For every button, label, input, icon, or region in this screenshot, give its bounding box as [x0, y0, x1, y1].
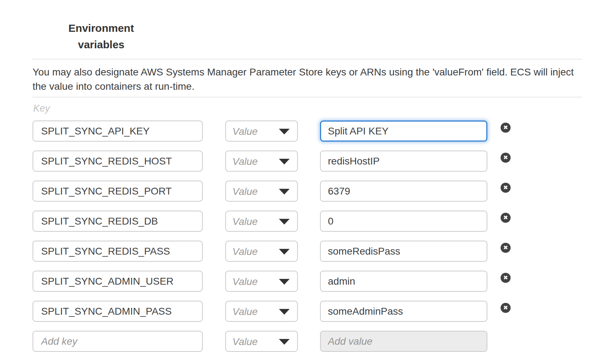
close-icon: ✖: [503, 275, 508, 281]
add-value-input[interactable]: [320, 331, 487, 352]
close-icon: ✖: [503, 305, 508, 311]
env-value-input[interactable]: [320, 241, 487, 262]
env-var-row: Value ✖: [0, 151, 600, 172]
section-title-line2: variables: [48, 36, 155, 53]
chevron-down-icon: [279, 279, 290, 285]
chevron-down-icon: [279, 129, 290, 134]
value-type-label: Value: [232, 276, 258, 287]
env-value-input[interactable]: [320, 301, 487, 322]
env-key-input[interactable]: [33, 241, 203, 262]
key-column-label: Key: [33, 103, 50, 114]
env-var-row: Value ✖: [0, 181, 600, 202]
section-title: Environment variables: [48, 20, 155, 53]
close-icon: ✖: [503, 125, 508, 131]
env-value-input[interactable]: [320, 271, 487, 292]
value-type-label: Value: [232, 126, 258, 137]
value-type-dropdown[interactable]: Value: [225, 301, 298, 322]
value-type-label: Value: [232, 306, 258, 318]
close-icon: ✖: [503, 215, 508, 221]
value-type-label: Value: [232, 336, 258, 348]
value-type-dropdown[interactable]: Value: [225, 331, 298, 352]
value-type-label: Value: [232, 246, 258, 257]
value-type-label: Value: [232, 156, 258, 167]
env-key-input[interactable]: [33, 120, 203, 142]
env-key-input[interactable]: [33, 271, 203, 292]
env-var-row: Value ✖: [0, 271, 600, 292]
delete-row-button[interactable]: ✖: [501, 153, 511, 163]
value-type-label: Value: [232, 186, 258, 197]
close-icon: ✖: [503, 245, 508, 251]
value-type-dropdown[interactable]: Value: [225, 211, 298, 232]
chevron-down-icon: [279, 309, 290, 315]
env-key-input[interactable]: [33, 211, 203, 232]
env-value-input[interactable]: [320, 181, 487, 202]
env-var-row: Value ✖: [0, 301, 600, 322]
env-var-row: Value ✖: [0, 211, 600, 232]
env-var-row: Value ✖: [0, 241, 600, 262]
env-key-input[interactable]: [33, 181, 203, 202]
env-key-input[interactable]: [33, 301, 203, 322]
environment-variables-section: Environment variables You may also desig…: [0, 0, 600, 364]
section-title-line1: Environment: [48, 20, 155, 36]
env-key-input[interactable]: [33, 151, 203, 172]
env-value-input[interactable]: [320, 120, 487, 142]
delete-row-button[interactable]: ✖: [501, 243, 511, 253]
value-type-dropdown[interactable]: Value: [225, 271, 298, 292]
close-icon: ✖: [503, 185, 508, 191]
value-type-label: Value: [232, 216, 258, 227]
add-key-input[interactable]: [33, 331, 203, 352]
delete-row-button[interactable]: ✖: [501, 303, 511, 313]
env-value-input[interactable]: [320, 151, 487, 172]
chevron-down-icon: [279, 249, 290, 255]
close-icon: ✖: [503, 155, 508, 161]
value-type-dropdown[interactable]: Value: [225, 120, 298, 142]
env-var-add-row: Value: [0, 331, 600, 352]
value-type-dropdown[interactable]: Value: [225, 181, 298, 202]
chevron-down-icon: [279, 189, 290, 195]
chevron-down-icon: [279, 339, 290, 345]
divider-top: [33, 59, 582, 59]
delete-row-button[interactable]: ✖: [501, 273, 511, 283]
chevron-down-icon: [279, 219, 290, 225]
value-type-dropdown[interactable]: Value: [225, 241, 298, 262]
delete-row-button[interactable]: ✖: [501, 183, 511, 193]
env-value-input[interactable]: [320, 211, 487, 232]
value-type-dropdown[interactable]: Value: [225, 151, 298, 172]
env-var-row: Value ✖: [0, 120, 600, 142]
section-description-line2: the value into containers at run-time.: [33, 79, 583, 94]
section-description-line1: You may also designate AWS Systems Manag…: [33, 65, 583, 79]
delete-row-button[interactable]: ✖: [501, 213, 511, 223]
chevron-down-icon: [279, 159, 290, 164]
delete-row-button[interactable]: ✖: [501, 123, 511, 133]
divider-bottom: [33, 97, 582, 97]
